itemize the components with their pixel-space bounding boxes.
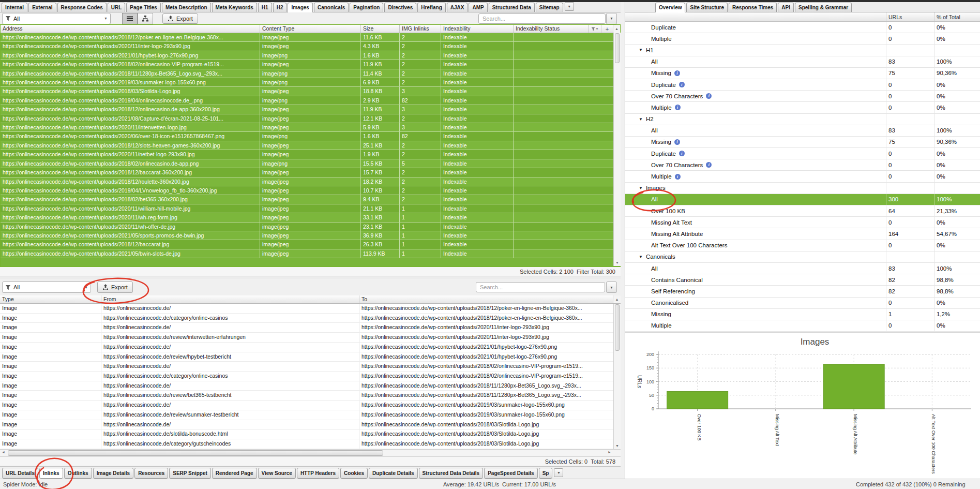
overview-row-over-70-characters[interactable]: Over 70 Charactersi00% (625, 159, 980, 171)
overview-row-h2[interactable]: ▼H2 (625, 114, 980, 125)
overview-row-all[interactable]: All300100% (625, 194, 980, 205)
detail-tab-sp[interactable]: Sp (539, 468, 553, 479)
overview-row-contains-canonical[interactable]: Contains Canonical8298,8% (625, 274, 980, 286)
collapse-triangle-icon[interactable]: ▼ (639, 255, 643, 259)
scroll-down-arrow[interactable]: ▼ (614, 442, 621, 449)
scroll-right-arrow[interactable]: ► (608, 450, 611, 454)
table-row[interactable]: Imagehttps://onlinecasinocode.de/review/… (0, 333, 621, 343)
detail-tab-outlinks[interactable]: Outlinks (64, 468, 92, 479)
column-filter-button[interactable]: ▼ (589, 25, 601, 33)
table-row[interactable]: https://onlinecasinocode.de/wp-content/u… (1, 186, 620, 195)
collapse-triangle-icon[interactable]: ▼ (639, 186, 643, 190)
table-row[interactable]: Imagehttps://onlinecasinocode.de/https:/… (0, 381, 621, 391)
add-column-button[interactable]: + (601, 25, 613, 33)
table-row[interactable]: https://onlinecasinocode.de/wp-content/u… (1, 223, 620, 231)
collapse-triangle-icon[interactable]: ▼ (639, 117, 643, 122)
chevron-down-icon[interactable]: ▼ (82, 282, 91, 292)
overview-row-images[interactable]: ▼Images (625, 183, 980, 194)
detail-tab-duplicate-details[interactable]: Duplicate Details (369, 468, 418, 479)
scrollbar-thumb[interactable] (615, 304, 620, 351)
filter-dropdown[interactable]: All ▼ (2, 281, 91, 293)
overview-row-missing[interactable]: Missingi7590,36% (625, 137, 980, 148)
tab-overflow-button[interactable]: ▼ (565, 2, 574, 11)
detail-tab-view-source[interactable]: View Source (258, 468, 296, 479)
tab-sitemap[interactable]: Sitemap (536, 3, 563, 12)
table-row[interactable]: https://onlinecasinocode.de/wp-content/u… (1, 231, 620, 240)
tab-overview[interactable]: Overview (655, 3, 685, 12)
vertical-scrollbar[interactable]: ▼ (613, 304, 621, 449)
table-row[interactable]: https://onlinecasinocode.de/wp-content/u… (1, 132, 620, 141)
table-row[interactable]: https://onlinecasinocode.de/wp-content/u… (1, 123, 620, 132)
table-row[interactable]: Imagehttps://onlinecasinocode.de/categor… (0, 314, 621, 323)
col-header-size[interactable]: Size (361, 25, 400, 33)
overview-row-multiple[interactable]: Multiplei00% (625, 171, 980, 182)
tab-meta-description[interactable]: Meta Description (162, 3, 211, 12)
table-row[interactable]: https://onlinecasinocode.de/wp-content/u… (1, 168, 620, 177)
scrollbar-thumb[interactable] (8, 450, 383, 456)
col-header-indexability-status[interactable]: Indexability Status (514, 25, 589, 33)
detail-tab-pagespeed-details[interactable]: PageSpeed Details (484, 468, 537, 479)
detail-tab-image-details[interactable]: Image Details (93, 468, 133, 479)
detail-tab-cookies[interactable]: Cookies (340, 468, 368, 479)
table-row[interactable]: Imagehttps://onlinecasinocode.de/https:/… (0, 304, 621, 314)
overview-row-over-70-characters[interactable]: Over 70 Charactersi00% (625, 91, 980, 102)
table-row[interactable]: Imagehttps://onlinecasinocode.de/https:/… (0, 343, 621, 352)
tab-directives[interactable]: Directives (384, 3, 416, 12)
scroll-left-arrow[interactable]: ◄ (2, 450, 5, 454)
table-row[interactable]: https://onlinecasinocode.de/wp-content/u… (1, 150, 620, 159)
table-row[interactable]: https://onlinecasinocode.de/wp-content/u… (1, 177, 620, 186)
table-row[interactable]: https://onlinecasinocode.de/wp-content/u… (1, 240, 620, 249)
table-row[interactable]: https://onlinecasinocode.de/wp-content/u… (1, 195, 620, 204)
tab-internal[interactable]: Internal (2, 3, 27, 12)
table-row[interactable]: https://onlinecasinocode.de/wp-content/u… (1, 159, 620, 168)
overview-row-canonicalised[interactable]: Canonicalised00% (625, 298, 980, 309)
detail-tab-inlinks[interactable]: Inlinks (39, 468, 63, 479)
table-row[interactable]: Imagehttps://onlinecasinocode.de/review/… (0, 391, 621, 401)
table-row[interactable]: https://onlinecasinocode.de/wp-content/u… (1, 114, 620, 123)
tab-amp[interactable]: AMP (469, 3, 487, 12)
table-row[interactable]: Imagehttps://onlinecasinocode.de/https:/… (0, 362, 621, 372)
detail-tab-rendered-page[interactable]: Rendered Page (212, 468, 257, 479)
tab-images[interactable]: Images (288, 3, 312, 12)
overview-row-alt-text-over-100-characters[interactable]: Alt Text Over 100 Characters00% (625, 240, 980, 251)
table-row[interactable]: Imagehttps://onlinecasinocode.de/categor… (0, 439, 621, 449)
table-row[interactable]: Imagehttps://onlinecasinocode.de/review/… (0, 410, 621, 420)
table-row[interactable]: Imagehttps://onlinecasinocode.de/https:/… (0, 420, 621, 430)
table-row[interactable]: https://onlinecasinocode.de/wp-content/u… (1, 69, 620, 78)
overview-row-duplicate[interactable]: Duplicatei00% (625, 148, 980, 159)
tab-overflow-button[interactable]: ▼ (554, 468, 563, 477)
table-row[interactable]: https://onlinecasinocode.de/wp-content/u… (1, 51, 620, 60)
table-row[interactable]: Imagehttps://onlinecasinocode.de/categor… (0, 372, 621, 381)
tab-site-structure[interactable]: Site Structure (686, 3, 728, 12)
overview-row-duplicate[interactable]: Duplicatei00% (625, 79, 980, 91)
search-dropdown-button[interactable]: ▼ (606, 13, 617, 24)
detail-tab-url-details[interactable]: URL Details (2, 468, 38, 479)
tab-spelling-grammar[interactable]: Spelling & Grammar (795, 3, 852, 12)
overview-row-all[interactable]: All83100% (625, 125, 980, 137)
overview-row-missing[interactable]: Missing11,2% (625, 309, 980, 320)
tab-page-titles[interactable]: Page Titles (126, 3, 161, 12)
tree-view-button[interactable] (138, 13, 153, 24)
tab-hreflang[interactable]: Hreflang (417, 3, 446, 12)
table-row[interactable]: https://onlinecasinocode.de/wp-content/u… (1, 33, 620, 42)
col-header-urls[interactable]: URLs (886, 12, 934, 21)
overview-row-missing-alt-text[interactable]: Missing Alt Text00% (625, 217, 980, 228)
overview-row-missing[interactable]: Missingi7590,36% (625, 68, 980, 79)
table-row[interactable]: Imagehttps://onlinecasinocode.de/https:/… (0, 401, 621, 410)
overview-row-canonicals[interactable]: ▼Canonicals (625, 251, 980, 263)
tab-api[interactable]: API (778, 3, 794, 12)
search-input[interactable] (478, 13, 606, 24)
scroll-up-arrow[interactable]: ▲ (613, 295, 621, 303)
detail-tab-structured-data-details[interactable]: Structured Data Details (419, 468, 484, 479)
tab-url[interactable]: URL (108, 3, 126, 12)
filter-dropdown[interactable]: All ▼ (2, 13, 111, 24)
col-header-indexability[interactable]: Indexability (441, 25, 514, 33)
overview-row-self-referencing[interactable]: Self Referencing8298,8% (625, 286, 980, 297)
table-row[interactable]: Imagehttps://onlinecasinocode.de/https:/… (0, 323, 621, 333)
tab-response-codes[interactable]: Response Codes (57, 3, 107, 12)
search-input[interactable] (476, 282, 605, 292)
detail-tab-resources[interactable]: Resources (134, 468, 168, 479)
tab-canonicals[interactable]: Canonicals (314, 3, 349, 12)
table-row[interactable]: https://onlinecasinocode.de/wp-content/u… (1, 42, 620, 51)
tab-structured-data[interactable]: Structured Data (489, 3, 535, 12)
